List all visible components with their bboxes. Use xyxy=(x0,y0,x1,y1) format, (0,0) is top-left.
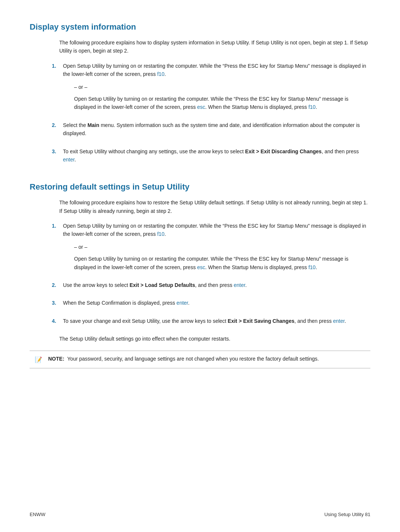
s2-step-1-content: Open Setup Utility by turning on or rest… xyxy=(63,222,370,275)
step-2: 2. Select the Main menu. System informat… xyxy=(52,121,370,141)
section-display-system-info: Display system information The following… xyxy=(30,22,370,167)
note-icon: 📝 xyxy=(35,355,44,365)
s2-step-1-sub: Open Setup Utility by turning on or rest… xyxy=(74,255,370,271)
note-label: NOTE: xyxy=(48,356,64,362)
s2-step-4-number: 4. xyxy=(52,317,63,329)
step-1-main: Open Setup Utility by turning on or rest… xyxy=(63,62,370,78)
step-3-content: To exit Setup Utility without changing a… xyxy=(63,147,370,168)
step-3-link-enter[interactable]: enter xyxy=(63,157,74,163)
section2-intro: The following procedure explains how to … xyxy=(59,198,370,215)
step-3-main: To exit Setup Utility without changing a… xyxy=(63,147,370,164)
s2-step-4-bold: Exit > Exit Saving Changes xyxy=(228,318,294,324)
section2-summary: The Setup Utility default settings go in… xyxy=(59,335,370,343)
note-content: NOTE:Your password, security, and langua… xyxy=(48,355,319,363)
section-restore-defaults: Restoring default settings in Setup Util… xyxy=(30,182,370,368)
s2-step-2-content: Use the arrow keys to select Exit > Load… xyxy=(63,281,370,293)
s2-step-2-main: Use the arrow keys to select Exit > Load… xyxy=(63,281,370,289)
s2-step-2: 2. Use the arrow keys to select Exit > L… xyxy=(52,281,370,293)
step-1-or: – or – xyxy=(74,83,370,91)
step-2-main: Select the Main menu. System information… xyxy=(63,121,370,138)
step-3-number: 3. xyxy=(52,147,63,168)
s2-step-3-content: When the Setup Confirmation is displayed… xyxy=(63,299,370,311)
s2-step-3-number: 3. xyxy=(52,299,63,311)
page-footer: ENWW Using Setup Utility 81 xyxy=(30,512,370,517)
step-1-number: 1. xyxy=(52,62,63,115)
step-1-link-f10b[interactable]: f10 xyxy=(309,104,316,110)
s2-step-2-link-enter[interactable]: enter xyxy=(234,282,245,288)
s2-step-1-link-esc[interactable]: esc xyxy=(197,264,205,270)
s2-step-3-link-enter[interactable]: enter xyxy=(177,300,188,306)
s2-step-4-content: To save your change and exit Setup Utili… xyxy=(63,317,370,329)
s2-step-2-bold: Exit > Load Setup Defaults xyxy=(130,282,195,288)
s2-step-3-main: When the Setup Confirmation is displayed… xyxy=(63,299,370,307)
step-2-bold: Main xyxy=(87,122,99,128)
section1-steps: 1. Open Setup Utility by turning on or r… xyxy=(52,62,370,168)
step-3: 3. To exit Setup Utility without changin… xyxy=(52,147,370,168)
s2-step-4: 4. To save your change and exit Setup Ut… xyxy=(52,317,370,329)
step-2-number: 2. xyxy=(52,121,63,141)
step-1-sub: Open Setup Utility by turning on or rest… xyxy=(74,95,370,111)
s2-step-4-link-enter[interactable]: enter xyxy=(333,318,344,324)
s2-step-4-main: To save your change and exit Setup Utili… xyxy=(63,317,370,325)
s2-step-1-or: – or – xyxy=(74,243,370,251)
s2-step-1-main: Open Setup Utility by turning on or rest… xyxy=(63,222,370,238)
footer-left: ENWW xyxy=(30,512,46,517)
s2-step-2-number: 2. xyxy=(52,281,63,293)
note-text: Your password, security, and language se… xyxy=(67,356,319,362)
section1-intro: The following procedure explains how to … xyxy=(59,39,370,55)
s2-step-1-link-f10[interactable]: f10 xyxy=(157,231,164,237)
section1-title: Display system information xyxy=(30,22,370,32)
s2-step-1-link-f10b[interactable]: f10 xyxy=(309,264,316,270)
note-box: 📝 NOTE:Your password, security, and lang… xyxy=(30,351,370,369)
s2-step-1: 1. Open Setup Utility by turning on or r… xyxy=(52,222,370,275)
section2-title: Restoring default settings in Setup Util… xyxy=(30,182,370,192)
step-1-link-esc[interactable]: esc xyxy=(197,104,205,110)
section2-steps: 1. Open Setup Utility by turning on or r… xyxy=(52,222,370,329)
step-2-content: Select the Main menu. System information… xyxy=(63,121,370,141)
step-1-content: Open Setup Utility by turning on or rest… xyxy=(63,62,370,115)
step-1-link-f10[interactable]: f10 xyxy=(157,71,164,77)
footer-right: Using Setup Utility 81 xyxy=(324,512,370,517)
s2-step-1-number: 1. xyxy=(52,222,63,275)
s2-step-3: 3. When the Setup Confirmation is displa… xyxy=(52,299,370,311)
step-1: 1. Open Setup Utility by turning on or r… xyxy=(52,62,370,115)
step-3-bold: Exit > Exit Discarding Changes xyxy=(245,148,322,154)
